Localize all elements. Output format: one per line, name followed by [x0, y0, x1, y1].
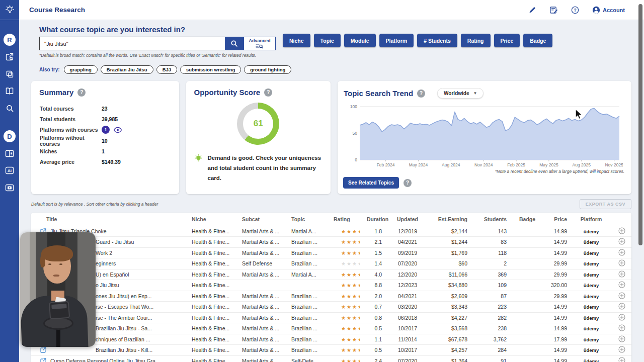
col-title[interactable]: Title	[31, 213, 185, 226]
summary-label: Niches	[40, 148, 102, 154]
udemy-logo: ûdemy	[584, 326, 599, 331]
suggestion-pill[interactable]: grappling	[64, 65, 98, 74]
svg-text:Ai: Ai	[8, 168, 12, 173]
course-duration: 0.5	[360, 323, 385, 334]
see-related-topics-button[interactable]: See Related Topics	[343, 177, 399, 189]
table-row[interactable]: Brazilian Jiu Jitsu - Sa... Health & Fit…	[31, 323, 631, 334]
open-course-icon[interactable]	[40, 347, 46, 353]
filter-button-platform[interactable]: Platform	[379, 34, 414, 47]
sidebar-video-icon[interactable]	[0, 179, 19, 196]
add-course-button[interactable]	[618, 303, 625, 310]
col-students[interactable]: Students	[470, 213, 510, 226]
add-course-button[interactable]	[618, 227, 625, 234]
table-row[interactable]: rse - The Armbar Cour... Health & Fitne.…	[31, 312, 631, 323]
col-duration[interactable]: Duration	[360, 213, 385, 226]
col-price[interactable]: Price	[538, 213, 570, 226]
sidebar-export-search-icon[interactable]	[0, 48, 19, 65]
add-course-button[interactable]	[618, 335, 625, 342]
add-course-button[interactable]	[618, 357, 625, 362]
course-topic: Brazilian ...	[284, 258, 327, 269]
table-row[interactable]: Jiu Jitsu Triangle Choke Health & Fitne.…	[31, 226, 631, 237]
add-course-button[interactable]	[618, 249, 625, 256]
course-price: 14.99	[538, 355, 570, 362]
advanced-search-button[interactable]: Advanced	[244, 37, 276, 50]
search-icon	[230, 40, 238, 47]
opportunity-help-icon[interactable]: ?	[264, 88, 272, 97]
table-row[interactable]: o Jiu Jitsu Health & Fitne... ★★★★★★★★★★…	[31, 280, 631, 291]
col-subcat[interactable]: Subcat	[235, 213, 284, 226]
trend-help-icon[interactable]: ?	[417, 89, 425, 98]
suggestion-pill[interactable]: submission wrestling	[180, 65, 241, 74]
filter-button--students[interactable]: # Students	[417, 34, 457, 47]
col-topic[interactable]: Topic	[284, 213, 327, 226]
add-course-button[interactable]	[618, 281, 625, 288]
help-icon[interactable]: ?	[571, 6, 579, 14]
table-row[interactable]: Guard - Jiu Jitsu Health & Fitne... Mart…	[31, 237, 631, 248]
table-row[interactable]: Work 2 Health & Fitne... Martial Arts & …	[31, 247, 631, 258]
add-course-button[interactable]	[618, 314, 625, 321]
course-students: 238	[470, 323, 510, 334]
table-row[interactable]: chniques of Brazilian ... Health & Fitne…	[31, 334, 631, 345]
page-scrollbar[interactable]	[638, 0, 643, 362]
col-badge[interactable]: Badge	[510, 213, 538, 226]
add-course-button[interactable]	[618, 292, 625, 299]
summary-help-icon[interactable]: ?	[77, 88, 86, 97]
table-row[interactable]: ones Jiu Jitsu) en Esp... Health & Fitne…	[31, 291, 631, 302]
course-students: 2	[470, 258, 510, 269]
search-input[interactable]	[39, 37, 225, 50]
col-platform[interactable]: Platform	[570, 213, 605, 226]
suggestion-pill[interactable]: Brazilian Jiu Jitsu	[101, 65, 153, 74]
col-earning[interactable]: Est.Earning	[423, 213, 470, 226]
table-row[interactable]: eginners Health & Fitne... Self Defense …	[31, 258, 631, 269]
course-badge	[510, 280, 538, 291]
open-course-icon[interactable]	[40, 358, 46, 362]
table-row[interactable]: Curso Defensa Personal Online Jiu Jitsu …	[31, 355, 631, 362]
sidebar-frames-icon[interactable]	[0, 65, 19, 82]
filter-button-module[interactable]: Module	[344, 34, 376, 47]
sidebar-ai-icon[interactable]: Ai	[0, 162, 19, 179]
add-course-button[interactable]	[618, 259, 625, 266]
export-csv-button[interactable]: EXPORT AS CSV	[580, 199, 631, 209]
add-course-button[interactable]	[618, 270, 625, 278]
account-button[interactable]: Account	[592, 6, 625, 14]
add-course-button[interactable]	[618, 238, 625, 245]
col-niche[interactable]: Niche	[185, 213, 235, 226]
suggestion-pill[interactable]: BJJ	[156, 65, 177, 74]
course-duration: 1.5	[360, 247, 385, 258]
app-logo-lightbulb-icon[interactable]	[0, 0, 19, 20]
add-course-button[interactable]	[618, 346, 625, 353]
course-rating-stars: ★★★★★★★★★★	[327, 237, 360, 248]
svg-text:May 2024: May 2024	[409, 162, 428, 167]
sidebar-avatar-r[interactable]: R	[0, 31, 19, 48]
course-niche: Health & Fitne...	[185, 323, 235, 334]
eye-icon[interactable]	[113, 127, 122, 133]
sidebar-book-icon[interactable]	[0, 82, 19, 100]
region-dropdown[interactable]: Worldwide ▼	[437, 88, 484, 99]
suggestion-pill[interactable]: ground fighting	[244, 65, 291, 74]
sidebar-search-icon[interactable]	[0, 100, 19, 117]
notes-icon[interactable]	[549, 6, 558, 14]
sidebar-avatar-d[interactable]: D	[0, 128, 19, 145]
filter-button-rating[interactable]: Rating	[461, 34, 491, 47]
filter-button-badge[interactable]: Badge	[523, 34, 552, 47]
summary-row: Platforms without courses10	[31, 135, 179, 146]
search-button[interactable]	[225, 37, 244, 50]
col-updated[interactable]: Updated	[385, 213, 423, 226]
course-price: 29.99	[538, 291, 570, 302]
filter-button-niche[interactable]: Niche	[283, 34, 310, 47]
scrollbar-thumb[interactable]	[638, 4, 642, 245]
course-duration: 0.7	[360, 302, 385, 313]
filter-button-topic[interactable]: Topic	[314, 34, 341, 47]
related-topics-help-icon[interactable]: ?	[404, 179, 412, 187]
table-row[interactable]: Brazilian Jiu Jitsu - Kill... Health & F…	[31, 345, 631, 356]
topic-search-trend-card: Topic Search Trend ? Worldwide ▼ 050100F…	[338, 81, 631, 194]
pen-icon[interactable]	[529, 6, 536, 14]
table-row[interactable]: rse - Escapes That Wo... Health & Fitne.…	[31, 302, 631, 313]
sidebar-reader-panel-icon[interactable]	[0, 145, 19, 162]
add-course-button[interactable]	[618, 324, 625, 331]
course-title: o Jiu Jitsu	[96, 282, 119, 288]
filter-button-price[interactable]: Price	[494, 34, 520, 47]
col-rating[interactable]: Rating	[327, 213, 360, 226]
table-row[interactable]: U) en Español Health & Fitne... Martial …	[31, 269, 631, 280]
course-price: 14.99	[538, 302, 570, 313]
